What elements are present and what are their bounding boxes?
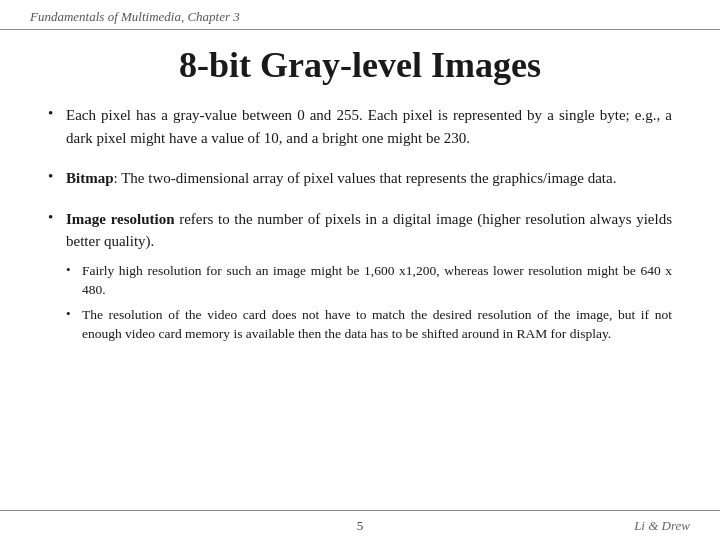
bullet-section-2: • Bitmap: The two-dimensional array of p… [48,167,672,198]
footer: 5 Li & Drew [0,510,720,540]
bullet2-bold: Bitmap [66,170,114,186]
footer-page-number: 5 [250,518,470,534]
bullet-dot-2: • [48,168,66,185]
bullet-text-1: Each pixel has a gray-value between 0 an… [66,104,672,149]
footer-author: Li & Drew [634,518,690,533]
slide-title: 8-bit Gray-level Images [48,44,672,86]
bullet-item-3: • Image resolution refers to the number … [48,208,672,253]
bullet2-rest: : The two-dimensional array of pixel val… [114,170,617,186]
bullet-item-2: • Bitmap: The two-dimensional array of p… [48,167,672,190]
sub-bullet-text-2: The resolution of the video card does no… [82,305,672,344]
sub-bullet-item-2: • The resolution of the video card does … [48,305,672,344]
bullet3-bold: Image resolution [66,211,175,227]
header-text: Fundamentals of Multimedia, Chapter 3 [30,9,240,24]
bullet-text-3: Image resolution refers to the number of… [66,208,672,253]
bullet-dot-1: • [48,105,66,122]
bullet-dot-3: • [48,209,66,226]
sub-bullet-dot-1: • [66,262,82,278]
bullet-item-1: • Each pixel has a gray-value between 0 … [48,104,672,149]
bullet-section-1: • Each pixel has a gray-value between 0 … [48,104,672,157]
sub-bullet-text-1: Fairly high resolution for such an image… [82,261,672,300]
main-content: 8-bit Gray-level Images • Each pixel has… [0,30,720,510]
page-container: Fundamentals of Multimedia, Chapter 3 8-… [0,0,720,540]
header: Fundamentals of Multimedia, Chapter 3 [0,0,720,30]
bullet-section-3: • Image resolution refers to the number … [48,208,672,349]
bullet-text-2: Bitmap: The two-dimensional array of pix… [66,167,616,190]
sub-bullet-item-1: • Fairly high resolution for such an ima… [48,261,672,300]
sub-bullet-dot-2: • [66,306,82,322]
